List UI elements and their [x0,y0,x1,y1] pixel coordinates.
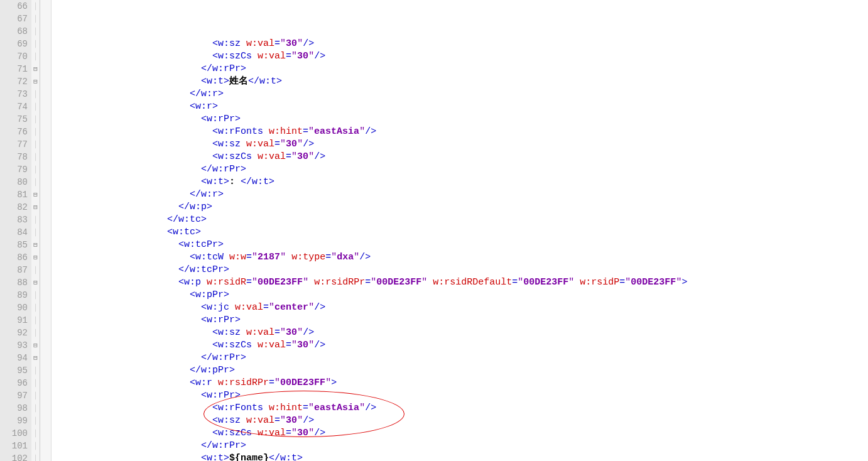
fold-mark[interactable]: ⊟ [31,188,40,201]
fold-mark[interactable]: │ [31,151,40,163]
code-line[interactable]: <w:szCs w:val="30"/> [54,427,868,440]
code-line[interactable]: <w:rPr> [54,314,868,327]
fold-mark[interactable]: ⊟ [31,63,40,75]
token-tag: = [619,277,625,288]
fold-mark[interactable]: │ [31,214,40,226]
code-line[interactable]: <w:sz w:val="30"/> [54,38,868,50]
token-attr: w:val [246,327,274,338]
code-line[interactable]: <w:rFonts w:hint="eastAsia"/> [54,402,868,415]
fold-mark[interactable]: │ [31,126,40,138]
fold-mark[interactable]: ⊟ [31,239,40,251]
token-tag: <w:szCs [212,340,258,350]
code-line[interactable]: <w:tcW w:w="2187" w:type="dxa"/> [54,251,868,264]
fold-mark[interactable]: │ [31,402,40,415]
code-line[interactable]: </w:tcPr> [54,264,868,276]
code-line[interactable]: <w:szCs w:val="30"/> [54,50,868,63]
code-line[interactable]: <w:sz w:val="30"/> [54,138,868,151]
token-tag: /> [303,415,314,426]
fold-mark[interactable]: │ [31,138,40,151]
code-editor[interactable]: 6667686970717273747576777879808182838485… [0,0,868,461]
fold-mark[interactable]: │ [31,314,40,327]
fold-mark[interactable]: ⊟ [31,276,40,289]
fold-mark[interactable]: │ [31,364,40,377]
fold-mark[interactable]: │ [31,452,40,461]
code-line[interactable]: </w:rPr> [54,163,868,176]
fold-mark[interactable]: │ [31,389,40,402]
fold-mark[interactable]: │ [31,25,40,38]
code-line[interactable]: <w:jc w:val="center"/> [54,301,868,314]
token-valb: 2187 [258,252,280,263]
code-line[interactable]: <w:rFonts w:hint="eastAsia"/> [54,126,868,138]
code-line[interactable]: </w:rPr> [54,440,868,452]
token-tag: = [286,151,291,162]
code-line[interactable]: <w:tc> [54,226,868,239]
fold-mark[interactable]: │ [31,289,40,301]
code-line[interactable]: <w:rPr> [54,389,868,402]
code-line[interactable]: <w:t>: </w:t> [54,176,868,188]
fold-mark[interactable]: │ [31,113,40,126]
token-tag: <w:tcPr> [178,239,224,250]
fold-column[interactable]: │││││⊟⊟││││││││⊟⊟││⊟⊟│⊟││││⊟⊟││││││││ [31,0,40,461]
code-line[interactable]: </w:pPr> [54,364,868,377]
token-tag: </w:p> [178,202,212,212]
token-val: " [308,51,314,62]
fold-mark[interactable]: │ [31,377,40,389]
code-area[interactable]: <w:sz w:val="30"/> <w:szCs w:val="30"/> … [52,0,868,461]
fold-mark[interactable]: ⊟ [31,352,40,364]
code-line[interactable]: <w:p w:rsidR="00DE23FF" w:rsidRPr="00DE2… [54,276,868,289]
fold-mark[interactable]: ⊟ [31,339,40,352]
fold-mark[interactable]: │ [31,163,40,176]
fold-mark[interactable]: │ [31,415,40,427]
token-tag: = [365,277,371,288]
token-tag: = [246,277,252,288]
token-attr: w:val [246,139,274,149]
fold-mark[interactable]: │ [31,427,40,440]
code-line[interactable]: <w:r w:rsidRPr="00DE23FF"> [54,377,868,389]
fold-mark[interactable]: │ [31,176,40,188]
fold-mark[interactable]: │ [31,38,40,50]
fold-mark[interactable]: ⊟ [31,75,40,88]
fold-mark[interactable]: │ [31,226,40,239]
token-tag: </w:rPr> [201,440,246,451]
token-tag: = [274,38,280,49]
code-line[interactable]: </w:rPr> [54,352,868,364]
token-tag: <w:t> [201,176,229,187]
line-number: 85 [4,239,28,251]
fold-mark[interactable]: │ [31,88,40,100]
code-line[interactable]: </w:tc> [54,214,868,226]
fold-mark[interactable]: │ [31,440,40,452]
token-val: " [625,277,631,288]
code-line[interactable]: </w:rPr> [54,63,868,75]
code-line[interactable]: </w:p> [54,201,868,214]
fold-mark[interactable]: │ [31,264,40,276]
token-tag: > [331,377,337,388]
code-line[interactable]: <w:t>${name}</w:t> [54,452,868,461]
code-line[interactable]: </w:r> [54,88,868,100]
token-val: " [297,139,303,149]
token-tag: <w:rPr> [201,390,241,401]
fold-mark[interactable]: │ [31,13,40,25]
code-line[interactable]: <w:rPr> [54,113,868,126]
fold-mark[interactable]: ⊟ [31,251,40,264]
token-valb: 30 [286,327,297,338]
token-tag: <w:szCs [212,151,258,162]
token-val: " [297,327,303,338]
code-line[interactable]: </w:r> [54,188,868,201]
code-line[interactable]: <w:pPr> [54,289,868,301]
code-line[interactable]: <w:sz w:val="30"/> [54,327,868,339]
line-number: 78 [4,151,28,163]
fold-mark[interactable]: │ [31,50,40,63]
code-line[interactable]: <w:szCs w:val="30"/> [54,339,868,352]
code-line[interactable]: <w:t>姓名</w:t> [54,75,868,88]
token-valb: 30 [297,340,308,350]
fold-mark[interactable]: │ [31,327,40,339]
code-line[interactable]: <w:tcPr> [54,239,868,251]
code-line[interactable]: <w:sz w:val="30"/> [54,415,868,427]
fold-mark[interactable]: │ [31,0,40,13]
fold-mark[interactable]: │ [31,100,40,113]
token-val: " [274,377,280,388]
fold-mark[interactable]: │ [31,301,40,314]
code-line[interactable]: <w:r> [54,100,868,113]
code-line[interactable]: <w:szCs w:val="30"/> [54,151,868,163]
fold-mark[interactable]: ⊟ [31,201,40,214]
